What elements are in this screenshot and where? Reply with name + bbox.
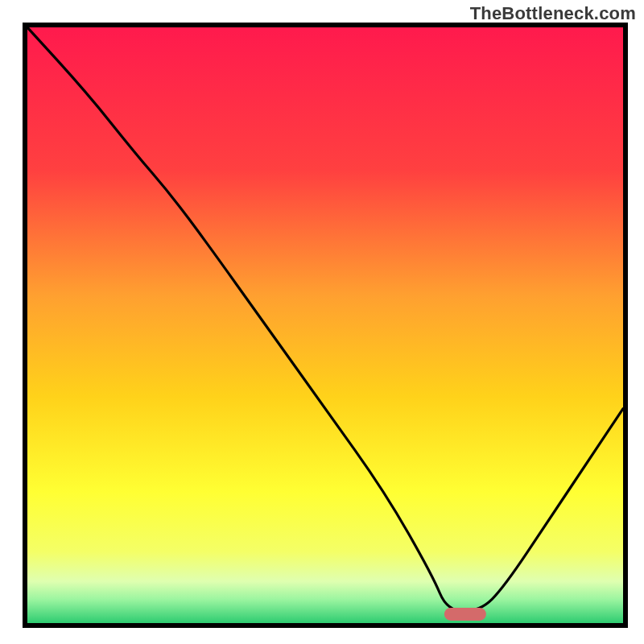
plot-frame	[23, 623, 628, 628]
optimal-marker	[444, 608, 486, 621]
chart-plot-area	[23, 23, 628, 628]
watermark-text: TheBottleneck.com	[470, 3, 636, 24]
plot-frame	[623, 23, 628, 628]
bottleneck-curve	[27, 27, 623, 623]
plot-frame	[23, 23, 27, 628]
